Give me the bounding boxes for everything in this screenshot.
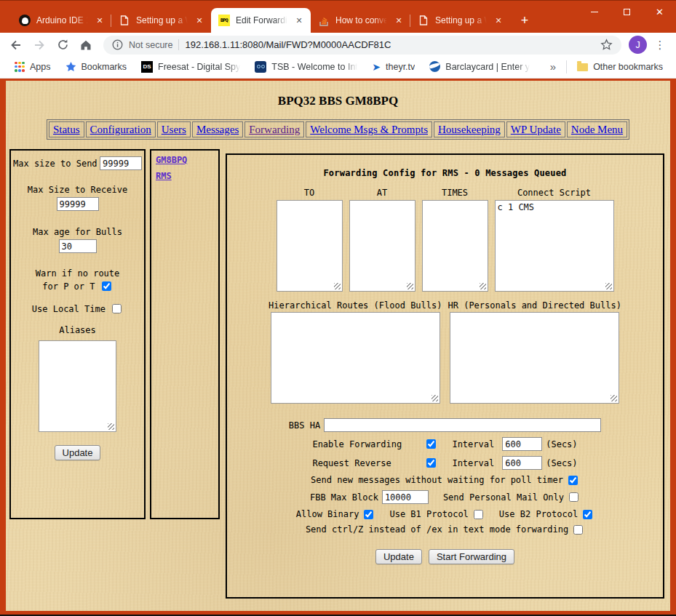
back-button[interactable] bbox=[6, 35, 26, 55]
start-forwarding-button[interactable]: Start Forwarding bbox=[429, 549, 514, 564]
bookmark-tsb[interactable]: TSB - Welcome to Int bbox=[250, 59, 362, 75]
connect-script-textarea[interactable]: c 1 CMS bbox=[495, 200, 614, 292]
times-label: TIMES bbox=[422, 188, 488, 198]
window-minimize-button[interactable] bbox=[578, 1, 611, 23]
tab-close-icon[interactable]: ✕ bbox=[493, 15, 504, 26]
nav-link-messages[interactable]: Messages bbox=[196, 124, 239, 135]
tab-title: Setting up a W bbox=[136, 15, 188, 25]
nav-link-wp-update[interactable]: WP Update bbox=[511, 124, 561, 135]
nav-link-forwarding[interactable]: Forwarding bbox=[249, 124, 300, 135]
forwarding-config-panel: Forwarding Config for RMS - 0 Messages Q… bbox=[226, 153, 664, 599]
forwarding-heading: Forwarding Config for RMS - 0 Messages Q… bbox=[227, 168, 663, 178]
bbs-link-gm8bpq[interactable]: GM8BPQ bbox=[156, 155, 187, 165]
bookmark-freesat[interactable]: DS Freesat - Digital Spy bbox=[137, 59, 244, 75]
tab-close-icon[interactable]: ✕ bbox=[194, 15, 205, 26]
max-age-input[interactable] bbox=[59, 239, 97, 253]
github-icon bbox=[19, 15, 31, 26]
minimize-icon bbox=[591, 12, 598, 12]
forward-button[interactable] bbox=[29, 35, 49, 55]
bookmark-theyr[interactable]: ➤ theyr.tv bbox=[367, 60, 419, 74]
reload-button[interactable] bbox=[52, 35, 73, 55]
bookmarks-shortcut[interactable]: Bookmarks bbox=[61, 59, 132, 74]
times-textarea[interactable] bbox=[422, 200, 488, 292]
nav-link-status[interactable]: Status bbox=[53, 124, 80, 135]
apps-grid-icon bbox=[15, 62, 25, 72]
send-personal-only-checkbox[interactable] bbox=[569, 492, 578, 502]
personals-label: HR (Personals and Directed Bulls) bbox=[448, 300, 621, 311]
apps-shortcut[interactable]: Apps bbox=[10, 60, 55, 74]
tab-close-icon[interactable]: ✕ bbox=[94, 15, 106, 26]
use-b1-protocol-label: Use B1 Protocol bbox=[389, 509, 468, 519]
personals-column: HR (Personals and Directed Bulls) bbox=[448, 300, 621, 406]
warn-no-route-checkbox[interactable] bbox=[102, 281, 111, 291]
use-b1-protocol-checkbox[interactable] bbox=[474, 510, 483, 519]
nav-link-users[interactable]: Users bbox=[162, 124, 186, 135]
window-close-button[interactable]: ✕ bbox=[643, 1, 676, 23]
bookmark-barclaycard[interactable]: Barclaycard | Enter yo bbox=[425, 59, 534, 74]
address-bar[interactable]: Not secure 192.168.1.11:8080/Mail/FWD?M0… bbox=[103, 36, 621, 55]
tab-setting-up-1[interactable]: Setting up a W ✕ bbox=[111, 8, 211, 33]
tab-close-icon[interactable]: ✕ bbox=[393, 15, 405, 26]
at-label: AT bbox=[349, 188, 415, 198]
forwarding-update-button[interactable]: Update bbox=[375, 549, 422, 564]
profile-avatar[interactable]: J bbox=[629, 36, 647, 54]
bookmark-label: TSB - Welcome to Int bbox=[271, 62, 357, 72]
enable-forwarding-row: Enable Forwarding Interval (Secs) bbox=[227, 437, 663, 451]
url-text[interactable]: 192.168.1.11:8080/Mail/FWD?M0000AACDF81C bbox=[185, 39, 595, 50]
other-bookmarks[interactable]: Other bookmarks bbox=[573, 60, 667, 74]
max-receive-input[interactable] bbox=[57, 197, 99, 211]
max-send-input[interactable] bbox=[100, 156, 142, 170]
tab-setting-up-2[interactable]: Setting up a W ✕ bbox=[410, 8, 510, 33]
security-label[interactable]: Not secure bbox=[129, 40, 172, 50]
stackoverflow-icon bbox=[318, 15, 330, 26]
tab-how-to-convert[interactable]: How to conve ✕ bbox=[311, 8, 410, 33]
forwarding-columns: TO AT TIMES Connect Script bbox=[227, 188, 663, 294]
reverse-interval-input[interactable] bbox=[502, 456, 542, 470]
hierarchical-routes-row: Hierarchical Routes (Flood Bulls) HR (Pe… bbox=[227, 300, 663, 406]
secs-label: (Secs) bbox=[546, 439, 577, 449]
nav-link-configuration[interactable]: Configuration bbox=[90, 124, 151, 135]
connect-script-label: Connect Script bbox=[495, 188, 614, 198]
request-reverse-label: Request Reverse bbox=[312, 458, 421, 468]
bbs-list-panel: GM8BPQ RMS bbox=[150, 149, 220, 519]
bookmark-star-icon[interactable] bbox=[600, 39, 613, 51]
tab-close-icon[interactable]: ✕ bbox=[293, 15, 305, 26]
send-new-messages-checkbox[interactable] bbox=[568, 476, 578, 485]
send-personal-only-label: Send Personal Mail Only bbox=[443, 492, 564, 503]
fbb-max-block-input[interactable] bbox=[382, 490, 429, 504]
home-button[interactable] bbox=[76, 35, 96, 55]
bbs-ha-input[interactable] bbox=[324, 418, 601, 432]
new-tab-button[interactable]: + bbox=[514, 10, 535, 31]
at-column: AT bbox=[349, 188, 415, 294]
send-new-messages-label: Send new messages without waiting for po… bbox=[311, 475, 563, 485]
times-column: TIMES bbox=[422, 188, 488, 294]
flood-bulls-textarea[interactable] bbox=[271, 312, 440, 404]
tab-edit-forwarding-active[interactable]: BPQ Edit Forwardi ✕ bbox=[211, 8, 311, 33]
barclaycard-icon bbox=[429, 61, 440, 72]
tab-arduino-ide[interactable]: Arduino IDE 1 ✕ bbox=[12, 8, 111, 33]
nav-link-housekeeping[interactable]: Housekeeping bbox=[438, 124, 501, 135]
settings-update-button[interactable]: Update bbox=[55, 445, 101, 460]
nav-link-node-menu[interactable]: Node Menu bbox=[571, 124, 623, 135]
to-textarea[interactable] bbox=[277, 200, 343, 292]
bookmark-label: Freesat - Digital Spy bbox=[158, 62, 240, 72]
bookmarks-overflow-chevron[interactable]: » bbox=[546, 60, 560, 73]
window-maximize-button[interactable] bbox=[611, 1, 643, 23]
nav-menu: Status Configuration Users Messages Forw… bbox=[47, 119, 629, 140]
forwarding-interval-input[interactable] bbox=[502, 437, 542, 451]
enable-forwarding-checkbox[interactable] bbox=[426, 439, 436, 449]
allow-binary-checkbox[interactable] bbox=[364, 510, 373, 519]
nav-link-welcome-msgs[interactable]: Welcome Msgs & Prompts bbox=[310, 124, 428, 135]
aliases-textarea[interactable] bbox=[39, 340, 116, 432]
browser-toolbar: Not secure 192.168.1.11:8080/Mail/FWD?M0… bbox=[0, 33, 676, 57]
ctrlz-checkbox[interactable] bbox=[573, 525, 583, 535]
request-reverse-row: Request Reverse Interval (Secs) bbox=[227, 456, 663, 470]
request-reverse-checkbox[interactable] bbox=[426, 458, 436, 468]
personals-textarea[interactable] bbox=[450, 312, 619, 404]
use-local-time-checkbox[interactable] bbox=[112, 304, 122, 313]
bbs-link-rms[interactable]: RMS bbox=[156, 171, 172, 181]
max-receive-label: Max Size to Receive bbox=[13, 185, 142, 195]
at-textarea[interactable] bbox=[349, 200, 415, 292]
browser-menu-button[interactable]: ⋮ bbox=[650, 35, 670, 55]
use-b2-protocol-checkbox[interactable] bbox=[583, 510, 592, 519]
